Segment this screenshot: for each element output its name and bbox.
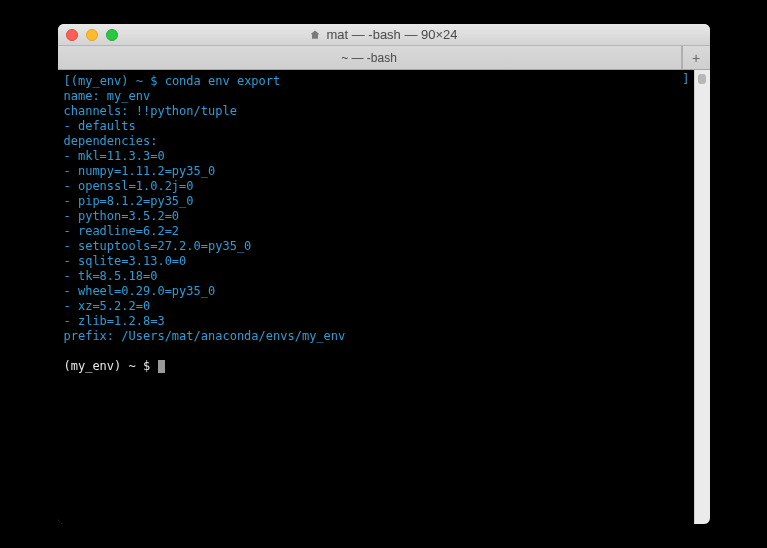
- output-line: prefix: /Users/mat/anaconda/envs/my_env: [64, 329, 346, 343]
- close-bracket: ]: [682, 72, 689, 87]
- scrollbar[interactable]: [694, 70, 710, 524]
- output-line: - python=3.5.2=0: [64, 209, 180, 223]
- tabbar: ~ — -bash +: [58, 46, 710, 70]
- zoom-icon[interactable]: [106, 29, 118, 41]
- scrollbar-thumb[interactable]: [698, 74, 706, 84]
- prompt-dollar: $: [150, 74, 164, 88]
- close-icon[interactable]: [66, 29, 78, 41]
- terminal-area: [(my_env) ~ $ conda env export name: my_…: [58, 70, 710, 524]
- tab-label: ~ — -bash: [341, 51, 397, 65]
- terminal-window: mat — -bash — 90×24 ~ — -bash + [(my_env…: [58, 24, 710, 524]
- prompt-tilde: ~: [136, 74, 150, 88]
- open-bracket: [: [64, 74, 71, 88]
- prompt-dollar: $: [143, 359, 157, 373]
- output-line: - wheel=0.29.0=py35_0: [64, 284, 216, 298]
- output-line: - zlib=1.2.8=3: [64, 314, 165, 328]
- output-line: - defaults: [64, 119, 136, 133]
- output-line: - pip=8.1.2=py35_0: [64, 194, 194, 208]
- cursor-icon: [158, 360, 165, 373]
- output-line: - numpy=1.11.2=py35_0: [64, 164, 216, 178]
- output-line: name: my_env: [64, 89, 151, 103]
- command-text: conda env export: [165, 74, 281, 88]
- output-line: - xz=5.2.2=0: [64, 299, 151, 313]
- minimize-icon[interactable]: [86, 29, 98, 41]
- output-line: - mkl=11.3.3=0: [64, 149, 165, 163]
- prompt-tilde: ~: [129, 359, 143, 373]
- output-line: - sqlite=3.13.0=0: [64, 254, 187, 268]
- window-title-text: mat — -bash — 90×24: [326, 27, 457, 42]
- tab-bash[interactable]: ~ — -bash: [58, 46, 682, 69]
- prompt-env: (my_env): [64, 359, 129, 373]
- traffic-lights: [58, 29, 118, 41]
- output-line: - tk=8.5.18=0: [64, 269, 158, 283]
- prompt-env: (my_env): [71, 74, 136, 88]
- home-icon: [309, 29, 321, 41]
- output-line: - openssl=1.0.2j=0: [64, 179, 194, 193]
- output-line: - setuptools=27.2.0=py35_0: [64, 239, 252, 253]
- output-line: dependencies:: [64, 134, 158, 148]
- new-tab-button[interactable]: +: [682, 46, 710, 69]
- terminal-content[interactable]: [(my_env) ~ $ conda env export name: my_…: [58, 70, 694, 524]
- output-line: - readline=6.2=2: [64, 224, 180, 238]
- titlebar[interactable]: mat — -bash — 90×24: [58, 24, 710, 46]
- plus-icon: +: [692, 50, 700, 66]
- window-title: mat — -bash — 90×24: [58, 27, 710, 42]
- output-line: channels: !!python/tuple: [64, 104, 237, 118]
